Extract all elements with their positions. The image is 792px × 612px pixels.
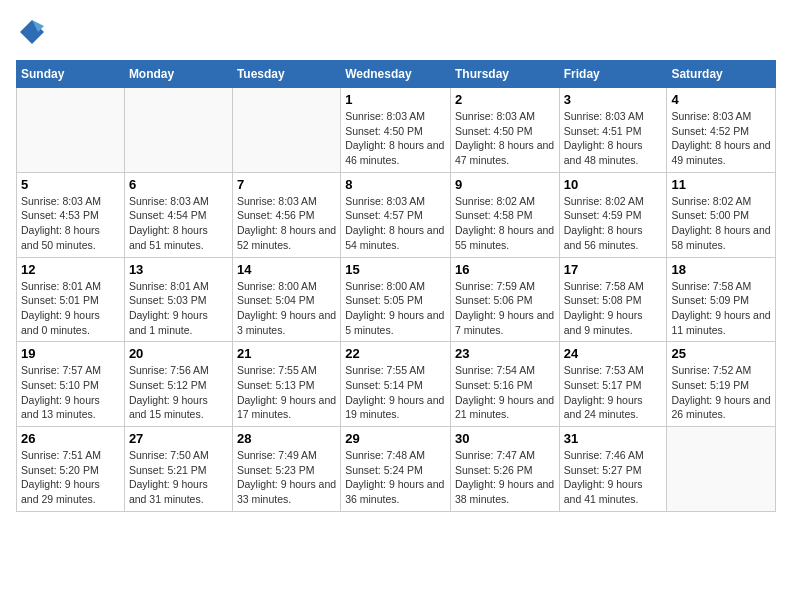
day-number: 22	[345, 346, 446, 361]
day-info: Sunrise: 7:49 AM Sunset: 5:23 PM Dayligh…	[237, 448, 336, 507]
day-info: Sunrise: 8:03 AM Sunset: 4:52 PM Dayligh…	[671, 109, 771, 168]
day-info: Sunrise: 7:48 AM Sunset: 5:24 PM Dayligh…	[345, 448, 446, 507]
day-number: 4	[671, 92, 771, 107]
day-info: Sunrise: 8:03 AM Sunset: 4:54 PM Dayligh…	[129, 194, 228, 253]
calendar-cell: 9Sunrise: 8:02 AM Sunset: 4:58 PM Daylig…	[450, 172, 559, 257]
calendar-cell: 30Sunrise: 7:47 AM Sunset: 5:26 PM Dayli…	[450, 427, 559, 512]
calendar-cell: 24Sunrise: 7:53 AM Sunset: 5:17 PM Dayli…	[559, 342, 667, 427]
day-number: 30	[455, 431, 555, 446]
day-info: Sunrise: 8:03 AM Sunset: 4:50 PM Dayligh…	[455, 109, 555, 168]
calendar-cell: 23Sunrise: 7:54 AM Sunset: 5:16 PM Dayli…	[450, 342, 559, 427]
calendar-cell: 20Sunrise: 7:56 AM Sunset: 5:12 PM Dayli…	[124, 342, 232, 427]
day-number: 6	[129, 177, 228, 192]
day-number: 29	[345, 431, 446, 446]
day-number: 11	[671, 177, 771, 192]
day-number: 18	[671, 262, 771, 277]
day-number: 9	[455, 177, 555, 192]
calendar-cell: 5Sunrise: 8:03 AM Sunset: 4:53 PM Daylig…	[17, 172, 125, 257]
day-info: Sunrise: 7:51 AM Sunset: 5:20 PM Dayligh…	[21, 448, 120, 507]
day-info: Sunrise: 7:58 AM Sunset: 5:08 PM Dayligh…	[564, 279, 663, 338]
day-header-wednesday: Wednesday	[341, 61, 451, 88]
calendar-cell: 6Sunrise: 8:03 AM Sunset: 4:54 PM Daylig…	[124, 172, 232, 257]
logo-icon	[16, 16, 48, 48]
day-number: 8	[345, 177, 446, 192]
day-number: 10	[564, 177, 663, 192]
day-number: 13	[129, 262, 228, 277]
day-header-monday: Monday	[124, 61, 232, 88]
day-info: Sunrise: 7:52 AM Sunset: 5:19 PM Dayligh…	[671, 363, 771, 422]
day-info: Sunrise: 8:00 AM Sunset: 5:05 PM Dayligh…	[345, 279, 446, 338]
day-number: 20	[129, 346, 228, 361]
day-number: 19	[21, 346, 120, 361]
day-number: 28	[237, 431, 336, 446]
calendar-cell: 14Sunrise: 8:00 AM Sunset: 5:04 PM Dayli…	[232, 257, 340, 342]
day-number: 15	[345, 262, 446, 277]
day-number: 7	[237, 177, 336, 192]
calendar-cell: 10Sunrise: 8:02 AM Sunset: 4:59 PM Dayli…	[559, 172, 667, 257]
day-header-friday: Friday	[559, 61, 667, 88]
day-number: 21	[237, 346, 336, 361]
day-number: 2	[455, 92, 555, 107]
calendar-cell: 2Sunrise: 8:03 AM Sunset: 4:50 PM Daylig…	[450, 88, 559, 173]
calendar-cell	[124, 88, 232, 173]
calendar-cell: 12Sunrise: 8:01 AM Sunset: 5:01 PM Dayli…	[17, 257, 125, 342]
day-info: Sunrise: 8:03 AM Sunset: 4:51 PM Dayligh…	[564, 109, 663, 168]
calendar-cell: 28Sunrise: 7:49 AM Sunset: 5:23 PM Dayli…	[232, 427, 340, 512]
calendar-cell	[17, 88, 125, 173]
day-info: Sunrise: 7:59 AM Sunset: 5:06 PM Dayligh…	[455, 279, 555, 338]
day-info: Sunrise: 7:55 AM Sunset: 5:13 PM Dayligh…	[237, 363, 336, 422]
day-header-saturday: Saturday	[667, 61, 776, 88]
day-info: Sunrise: 7:50 AM Sunset: 5:21 PM Dayligh…	[129, 448, 228, 507]
day-header-thursday: Thursday	[450, 61, 559, 88]
calendar-cell: 27Sunrise: 7:50 AM Sunset: 5:21 PM Dayli…	[124, 427, 232, 512]
day-info: Sunrise: 7:47 AM Sunset: 5:26 PM Dayligh…	[455, 448, 555, 507]
page-header	[16, 16, 776, 48]
calendar-cell: 3Sunrise: 8:03 AM Sunset: 4:51 PM Daylig…	[559, 88, 667, 173]
day-info: Sunrise: 8:02 AM Sunset: 5:00 PM Dayligh…	[671, 194, 771, 253]
day-number: 24	[564, 346, 663, 361]
day-info: Sunrise: 7:55 AM Sunset: 5:14 PM Dayligh…	[345, 363, 446, 422]
calendar-cell: 17Sunrise: 7:58 AM Sunset: 5:08 PM Dayli…	[559, 257, 667, 342]
calendar-week-5: 26Sunrise: 7:51 AM Sunset: 5:20 PM Dayli…	[17, 427, 776, 512]
calendar-cell: 7Sunrise: 8:03 AM Sunset: 4:56 PM Daylig…	[232, 172, 340, 257]
day-info: Sunrise: 8:00 AM Sunset: 5:04 PM Dayligh…	[237, 279, 336, 338]
day-info: Sunrise: 8:02 AM Sunset: 4:59 PM Dayligh…	[564, 194, 663, 253]
calendar-cell: 22Sunrise: 7:55 AM Sunset: 5:14 PM Dayli…	[341, 342, 451, 427]
calendar-cell: 19Sunrise: 7:57 AM Sunset: 5:10 PM Dayli…	[17, 342, 125, 427]
day-number: 26	[21, 431, 120, 446]
day-info: Sunrise: 7:53 AM Sunset: 5:17 PM Dayligh…	[564, 363, 663, 422]
day-info: Sunrise: 8:02 AM Sunset: 4:58 PM Dayligh…	[455, 194, 555, 253]
day-number: 23	[455, 346, 555, 361]
day-number: 12	[21, 262, 120, 277]
day-number: 17	[564, 262, 663, 277]
calendar-cell: 13Sunrise: 8:01 AM Sunset: 5:03 PM Dayli…	[124, 257, 232, 342]
day-info: Sunrise: 8:01 AM Sunset: 5:01 PM Dayligh…	[21, 279, 120, 338]
day-info: Sunrise: 7:58 AM Sunset: 5:09 PM Dayligh…	[671, 279, 771, 338]
calendar-table: SundayMondayTuesdayWednesdayThursdayFrid…	[16, 60, 776, 512]
calendar-cell: 25Sunrise: 7:52 AM Sunset: 5:19 PM Dayli…	[667, 342, 776, 427]
calendar-cell	[232, 88, 340, 173]
logo	[16, 16, 52, 48]
calendar-week-1: 1Sunrise: 8:03 AM Sunset: 4:50 PM Daylig…	[17, 88, 776, 173]
calendar-cell: 4Sunrise: 8:03 AM Sunset: 4:52 PM Daylig…	[667, 88, 776, 173]
calendar-cell: 11Sunrise: 8:02 AM Sunset: 5:00 PM Dayli…	[667, 172, 776, 257]
calendar-cell: 1Sunrise: 8:03 AM Sunset: 4:50 PM Daylig…	[341, 88, 451, 173]
day-info: Sunrise: 8:03 AM Sunset: 4:53 PM Dayligh…	[21, 194, 120, 253]
calendar-cell: 21Sunrise: 7:55 AM Sunset: 5:13 PM Dayli…	[232, 342, 340, 427]
calendar-week-3: 12Sunrise: 8:01 AM Sunset: 5:01 PM Dayli…	[17, 257, 776, 342]
day-header-tuesday: Tuesday	[232, 61, 340, 88]
day-number: 5	[21, 177, 120, 192]
day-number: 31	[564, 431, 663, 446]
day-number: 3	[564, 92, 663, 107]
calendar-cell: 26Sunrise: 7:51 AM Sunset: 5:20 PM Dayli…	[17, 427, 125, 512]
day-header-sunday: Sunday	[17, 61, 125, 88]
calendar-cell: 18Sunrise: 7:58 AM Sunset: 5:09 PM Dayli…	[667, 257, 776, 342]
day-number: 1	[345, 92, 446, 107]
calendar-cell: 16Sunrise: 7:59 AM Sunset: 5:06 PM Dayli…	[450, 257, 559, 342]
day-number: 14	[237, 262, 336, 277]
calendar-cell: 31Sunrise: 7:46 AM Sunset: 5:27 PM Dayli…	[559, 427, 667, 512]
calendar-cell: 29Sunrise: 7:48 AM Sunset: 5:24 PM Dayli…	[341, 427, 451, 512]
calendar-week-4: 19Sunrise: 7:57 AM Sunset: 5:10 PM Dayli…	[17, 342, 776, 427]
day-info: Sunrise: 8:03 AM Sunset: 4:56 PM Dayligh…	[237, 194, 336, 253]
day-number: 27	[129, 431, 228, 446]
